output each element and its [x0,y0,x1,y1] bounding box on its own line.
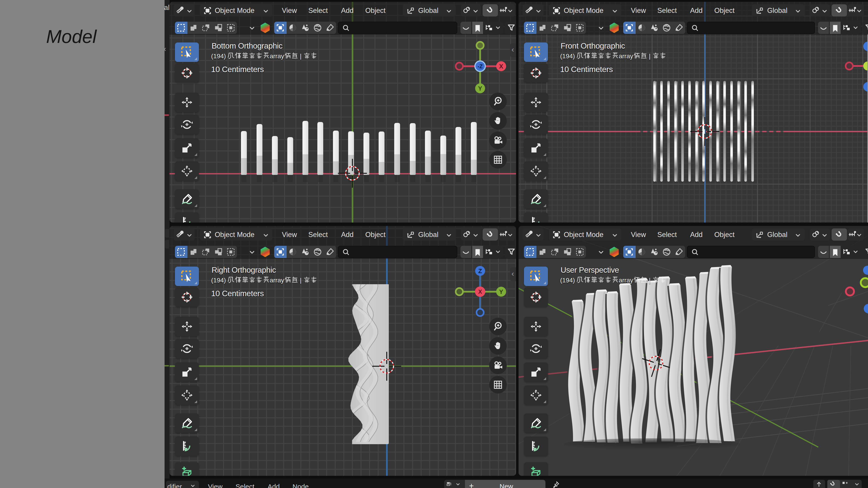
svg-text:Z: Z [478,268,482,274]
svg-text:-Z: -Z [477,63,483,69]
svg-text:X: X [499,63,503,70]
svg-text:Y: Y [499,289,503,295]
svg-text:Y: Y [478,85,482,92]
svg-text:X: X [478,289,482,295]
